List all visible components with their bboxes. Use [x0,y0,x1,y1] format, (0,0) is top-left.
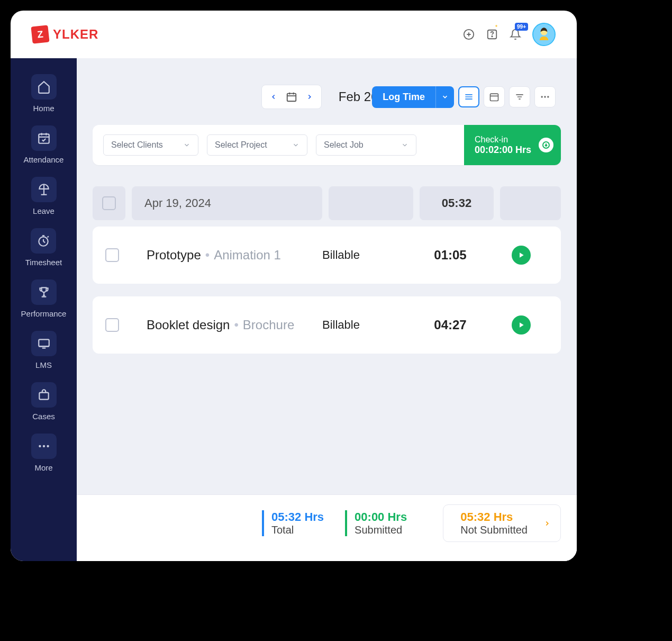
logo-text: YLKER [53,27,98,42]
date-label: Apr 19, 2024 [132,186,322,220]
metric-value: 05:32 Hrs [460,510,528,524]
metric-label: Total [271,524,324,536]
body: Home Attendance Leave Timesheet [11,58,577,561]
svg-point-41 [547,96,549,97]
entry-billable: Billable [322,248,407,262]
calendar-view-button[interactable] [484,86,505,107]
sidebar: Home Attendance Leave Timesheet [11,58,77,561]
entry-checkbox[interactable] [105,248,119,262]
sidebar-item-label: Home [33,104,54,113]
svg-point-24 [39,445,41,447]
separator-dot: • [234,318,238,332]
blank-cell [500,186,561,220]
date-group-header: Apr 19, 2024 05:32 [93,186,561,220]
home-icon [31,74,57,100]
log-time-dropdown[interactable] [435,86,454,108]
svg-point-40 [544,96,546,97]
filter-button[interactable] [509,86,530,107]
select-label: Select Project [215,140,267,150]
chevron-right-icon [543,520,551,527]
entry-subname: Brochure [243,318,294,332]
add-icon[interactable] [462,28,475,41]
checkin-label: Check-in [475,135,531,145]
play-button[interactable] [512,315,531,335]
separator-dot: • [205,248,210,263]
metric-value: 05:32 Hrs [271,510,324,524]
more-icon [31,434,57,459]
svg-rect-27 [287,94,296,102]
not-submitted-button[interactable]: 05:32 Hrs Not Submitted [443,504,561,542]
more-actions-button[interactable] [534,86,556,107]
svg-marker-44 [520,322,524,327]
attendance-icon [31,125,57,151]
entry-title-group: Booklet design • Brochure [125,318,316,332]
entries-list: Apr 19, 2024 05:32 Prototype • Animation… [77,165,577,354]
svg-rect-20 [39,339,49,346]
checkin-icon [539,138,553,152]
cases-icon [31,382,57,408]
date-total: 05:32 [420,186,494,220]
date-navigator [261,85,322,109]
sidebar-item-leave[interactable]: Leave [31,177,57,215]
time-entry: Booklet design • Brochure Billable 04:27 [93,296,561,354]
sidebar-item-label: Timesheet [25,258,62,267]
svg-point-26 [47,445,49,447]
filter-row: Select Clients Select Project Select Job… [93,125,561,165]
sidebar-item-timesheet[interactable]: Timesheet [25,228,62,267]
entry-billable: Billable [322,318,407,332]
sidebar-item-home[interactable]: Home [31,74,57,113]
sidebar-item-cases[interactable]: Cases [31,382,57,421]
main: Feb 2024 Log Time [77,58,577,561]
entry-time: 04:27 [413,318,487,332]
next-button[interactable] [302,89,317,104]
sidebar-item-attendance[interactable]: Attendance [24,125,64,164]
prev-button[interactable] [266,89,281,104]
svg-marker-43 [520,252,524,257]
header-actions: 99+ [462,23,556,46]
svg-line-14 [43,241,45,242]
checkin-time: 00:02:00 Hrs [475,145,531,156]
sidebar-item-label: LMS [35,360,52,369]
header: Z YLKER 99+ [11,11,577,58]
bell-icon[interactable]: 99+ [509,28,522,41]
footer-summary: 05:32 Hrs Total 00:00 Hrs Submitted 05:3… [77,494,577,561]
select-job[interactable]: Select Job [316,134,416,156]
sidebar-item-more[interactable]: More [31,434,57,472]
time-entry: Prototype • Animation 1 Billable 01:05 [93,227,561,284]
select-project[interactable]: Select Project [207,134,307,156]
sidebar-item-label: Cases [32,412,55,421]
select-clients[interactable]: Select Clients [103,134,198,156]
entry-subname: Animation 1 [214,248,281,263]
notification-badge: 99+ [515,23,528,31]
entry-name: Booklet design [147,318,230,332]
entry-checkbox[interactable] [105,318,119,332]
help-icon[interactable] [486,28,498,41]
topbar: Feb 2024 Log Time [77,58,577,125]
select-label: Select Clients [111,140,163,150]
performance-icon [31,279,57,305]
sidebar-item-label: More [34,463,52,472]
select-all-checkbox[interactable] [102,196,116,210]
svg-rect-34 [491,94,498,101]
svg-point-4 [492,36,492,37]
avatar[interactable] [532,23,556,46]
svg-rect-7 [39,134,49,143]
play-button[interactable] [512,246,531,265]
metric-label: Not Submitted [460,524,528,536]
metric-label: Submitted [355,524,407,536]
metric-total: 05:32 Hrs Total [262,510,324,536]
checkin-widget[interactable]: Check-in 00:02:00 Hrs [464,125,561,165]
calendar-icon[interactable] [284,89,299,104]
svg-point-39 [541,96,543,97]
svg-point-25 [42,445,44,447]
log-time-button[interactable]: Log Time [372,86,435,108]
svg-line-16 [48,236,49,237]
sidebar-item-performance[interactable]: Performance [21,279,67,318]
timesheet-icon [31,228,56,254]
entry-name: Prototype [147,248,201,263]
select-label: Select Job [324,140,364,150]
entry-title-group: Prototype • Animation 1 [125,248,316,263]
list-view-button[interactable] [458,86,479,107]
sidebar-item-lms[interactable]: LMS [31,331,57,369]
metric-submitted: 00:00 Hrs Submitted [345,510,407,536]
